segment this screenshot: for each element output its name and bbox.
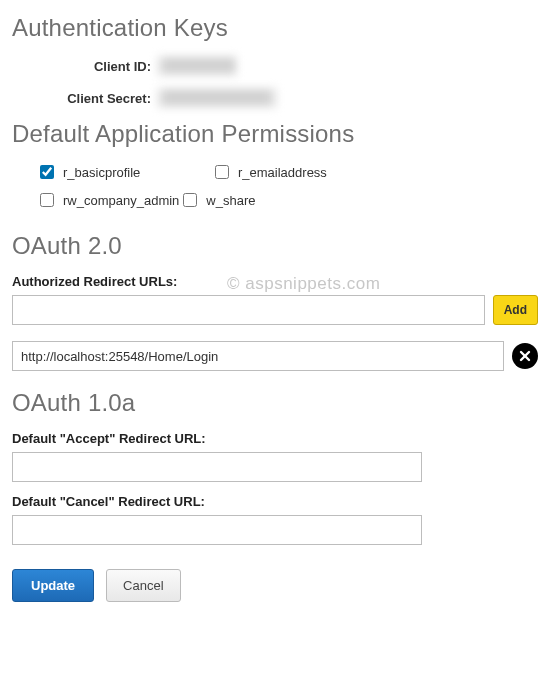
action-row: Update Cancel [12,569,538,602]
cancel-url-label: Default "Cancel" Redirect URL: [12,494,538,509]
perm-r-basicprofile-checkbox[interactable] [40,165,54,179]
close-icon [519,350,531,362]
perm-label: w_share [206,193,255,208]
perm-label: rw_company_admin [63,193,179,208]
accept-url-label: Default "Accept" Redirect URL: [12,431,538,446]
oauth2-heading: OAuth 2.0 [12,232,538,260]
perm-rw-company-admin: rw_company_admin [36,190,179,210]
perm-r-emailaddress: r_emailaddress [211,162,421,182]
perm-w-share-checkbox[interactable] [183,193,197,207]
perm-label: r_emailaddress [238,165,327,180]
add-button[interactable]: Add [493,295,538,325]
redirect-url-value: http://localhost:25548/Home/Login [12,341,504,371]
redirect-url-row: http://localhost:25548/Home/Login [12,341,538,371]
accept-url-input[interactable] [12,452,422,482]
client-secret-label: Client Secret: [12,91,157,106]
perm-w-share: w_share [179,190,354,210]
perm-label: r_basicprofile [63,165,140,180]
perm-r-basicprofile: r_basicprofile [36,162,211,182]
cancel-url-input[interactable] [12,515,422,545]
client-secret-value: ████████████ [157,88,277,108]
perm-rw-company-admin-checkbox[interactable] [40,193,54,207]
oauth1-heading: OAuth 1.0a [12,389,538,417]
permissions-heading: Default Application Permissions [12,120,538,148]
client-secret-row: Client Secret: ████████████ [12,88,538,108]
add-url-row: Add [12,295,538,325]
permissions-grid: r_basicprofile r_emailaddress rw_company… [12,162,538,210]
update-button[interactable]: Update [12,569,94,602]
new-redirect-url-input[interactable] [12,295,485,325]
remove-url-button[interactable] [512,343,538,369]
client-id-row: Client ID: ████████ [12,56,538,76]
cancel-button[interactable]: Cancel [106,569,180,602]
client-id-value: ████████ [157,56,237,76]
authorized-urls-label: Authorized Redirect URLs: [12,274,538,289]
client-id-label: Client ID: [12,59,157,74]
auth-keys-heading: Authentication Keys [12,14,538,42]
perm-r-emailaddress-checkbox[interactable] [215,165,229,179]
